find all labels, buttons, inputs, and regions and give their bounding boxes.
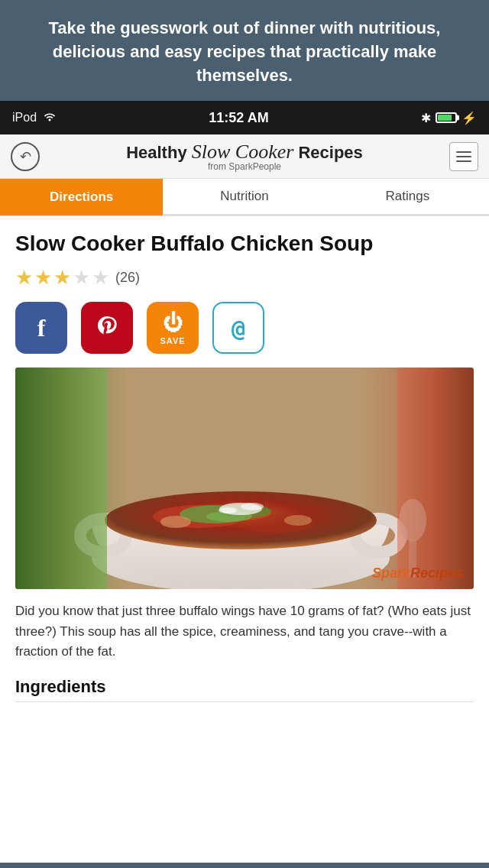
star-rating: ★ ★ ★ ★ ★ [15, 266, 109, 290]
star-2: ★ [34, 266, 52, 290]
tab-directions[interactable]: Directions [0, 179, 163, 215]
tab-nutrition[interactable]: Nutrition [163, 179, 325, 215]
rating-row: ★ ★ ★ ★ ★ (26) [15, 266, 474, 290]
star-4: ★ [73, 266, 90, 290]
status-bar: iPod 11:52 AM ✱ ⚡ [0, 101, 489, 134]
svg-point-17 [160, 516, 191, 528]
app-subtitle: from SparkPeople [40, 161, 449, 172]
star-3: ★ [53, 266, 71, 290]
app-title: Healthy Slow Cooker Recipes [40, 141, 449, 164]
battery-indicator [436, 112, 457, 123]
content-area: Slow Cooker Buffalo Chicken Soup ★ ★ ★ ★… [0, 216, 489, 863]
star-5: ★ [92, 266, 109, 290]
image-bg-red [397, 368, 474, 589]
facebook-button[interactable]: f [15, 302, 67, 354]
app-logo: Healthy Slow Cooker Recipes from SparkPe… [40, 141, 449, 173]
menu-line-3 [456, 160, 471, 162]
tab-bar: Directions Nutrition Ratings [0, 179, 489, 216]
menu-button[interactable] [449, 142, 478, 171]
svg-point-15 [241, 503, 264, 510]
status-right: ✱ ⚡ [421, 111, 477, 125]
facebook-icon: f [37, 314, 46, 342]
promo-banner: Take the guesswork out of dinner with nu… [0, 0, 489, 101]
email-button[interactable]: @ [212, 302, 264, 354]
bluetooth-icon: ✱ [421, 111, 431, 125]
recipe-title: Slow Cooker Buffalo Chicken Soup [15, 230, 474, 257]
star-1: ★ [15, 266, 33, 290]
back-button[interactable]: ↶ [11, 142, 40, 171]
wifi-icon [43, 111, 57, 125]
title-healthy: Healthy [126, 143, 192, 162]
svg-point-18 [284, 515, 312, 526]
pinterest-icon [93, 312, 121, 345]
image-watermark: SparkRecipes [372, 565, 463, 581]
save-button[interactable]: ⏻ SAVE [147, 302, 199, 354]
menu-line-2 [456, 156, 471, 157]
tab-ratings[interactable]: Ratings [326, 179, 489, 215]
title-slow-cooker: Slow Cooker [192, 141, 294, 163]
recipe-image: SparkRecipes [15, 368, 474, 589]
rating-count: (26) [115, 270, 140, 286]
ingredients-heading: Ingredients [15, 677, 474, 702]
image-bg-green [15, 368, 107, 589]
social-buttons: f ⏻ SAVE @ [15, 302, 474, 354]
svg-point-16 [219, 507, 237, 513]
charging-icon: ⚡ [461, 111, 477, 125]
menu-line-1 [456, 151, 471, 153]
promo-text: Take the guesswork out of dinner with nu… [49, 18, 441, 85]
recipe-description: Did you know that just three buffalo win… [15, 601, 474, 662]
save-label: SAVE [160, 336, 185, 345]
app-header: ↶ Healthy Slow Cooker Recipes from Spark… [0, 134, 489, 179]
pinterest-button[interactable] [81, 302, 133, 354]
save-icon: ⏻ [163, 311, 183, 335]
status-time: 11:52 AM [209, 110, 268, 126]
status-left: iPod [12, 111, 57, 125]
device-label: iPod [12, 111, 37, 125]
email-icon: @ [232, 315, 245, 342]
title-recipes: Recipes [293, 143, 363, 162]
